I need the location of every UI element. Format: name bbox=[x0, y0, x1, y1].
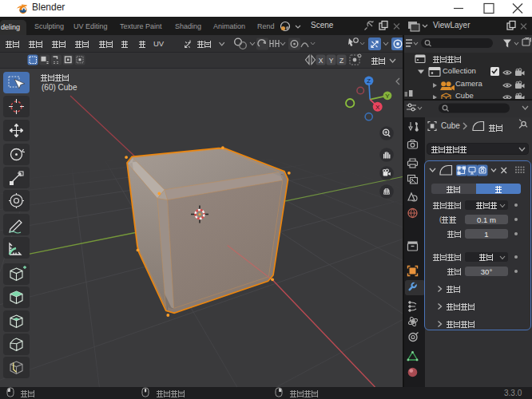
svg-text:Z: Z bbox=[339, 57, 343, 65]
svg-text:X: X bbox=[319, 57, 324, 65]
svg-text:Z: Z bbox=[367, 77, 371, 85]
svg-text:X: X bbox=[375, 104, 380, 111]
svg-text:Y: Y bbox=[329, 57, 334, 65]
svg-text:Y: Y bbox=[385, 93, 390, 100]
